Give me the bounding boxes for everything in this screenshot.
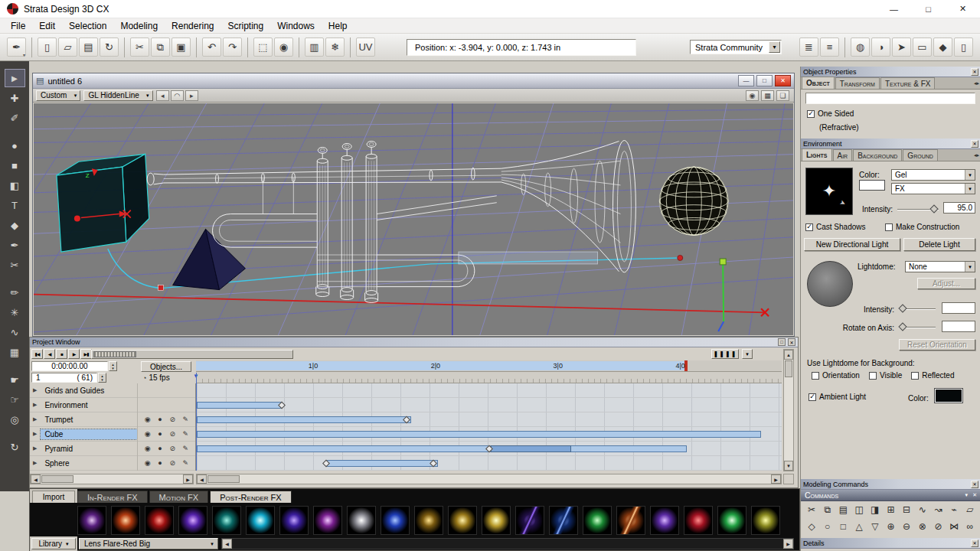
edit-icon[interactable]: ✎ (183, 445, 189, 452)
cmd-intersect-icon[interactable]: ⊗ (916, 520, 929, 533)
scroll-right-icon[interactable]: ▶ (183, 474, 193, 484)
rotate-axis-slider[interactable] (899, 327, 936, 328)
scrubber-handle[interactable] (93, 351, 136, 357)
cmd-loop-icon[interactable]: ∞ (963, 520, 977, 533)
viewport-titlebar[interactable]: ▤ untitled 6 —□✕ (33, 73, 794, 89)
view-preset-dropdown[interactable]: Custom ▾ (36, 90, 80, 101)
timeline-vertical-scrollbar[interactable]: ▲ ▼ (783, 349, 794, 471)
dome-intensity-slider[interactable] (899, 308, 936, 310)
environment-header[interactable]: Environment ✕ (801, 139, 980, 149)
flare-orange[interactable] (111, 506, 140, 535)
preset-name-dropdown[interactable]: Lens Flare-Red Big ▾ (79, 538, 218, 549)
animation-bar[interactable] (326, 460, 438, 467)
import-tab[interactable]: Import (32, 491, 75, 503)
adjust-button[interactable]: Adjust... (917, 278, 975, 289)
slider-thumb[interactable] (898, 322, 906, 331)
fx-tab-in-render-fx[interactable]: In-Render FX (77, 491, 148, 503)
close-icon[interactable]: ✕ (972, 492, 977, 498)
current-tool-icon[interactable]: ✒▾ (7, 37, 26, 57)
cmd-cut-icon[interactable]: ✂ (805, 503, 818, 517)
disclosure-icon[interactable]: ▶ (33, 402, 37, 408)
stack-list-icon[interactable]: ≣ (799, 37, 818, 57)
path-tool[interactable]: ∿ (5, 323, 25, 341)
visible-icon[interactable]: ◉ (145, 459, 151, 467)
render-mode-dropdown[interactable]: GL HiddenLine ▾ (83, 90, 152, 101)
fx-tab-motion-fx[interactable]: Motion FX (149, 491, 209, 503)
go-start-button[interactable]: ▮◀ (31, 349, 43, 359)
menu-rendering[interactable]: Rendering (165, 19, 220, 33)
sphere-object[interactable] (659, 167, 728, 235)
library-button[interactable]: Library ▾ (31, 538, 76, 549)
flare-indigo[interactable] (279, 506, 309, 535)
disclosure-icon[interactable]: ▶ (33, 460, 37, 466)
render-icon[interactable]: ● (158, 445, 162, 452)
cmd-tri-up-icon[interactable]: △ (852, 520, 866, 533)
revert-icon[interactable]: ↻ (100, 37, 119, 57)
scroll-left-icon[interactable]: ◀ (197, 474, 207, 484)
animation-bar[interactable] (197, 445, 687, 452)
open-file-icon[interactable]: ▱ (58, 37, 77, 57)
visible-icon[interactable]: ◉ (145, 430, 151, 438)
scene-canvas[interactable]: Z (34, 103, 793, 335)
camera-icon[interactable]: ◉ (274, 37, 293, 57)
scroll-right-icon[interactable]: ▶ (783, 539, 793, 549)
flare-red2[interactable] (684, 506, 713, 535)
rotate-axis-field[interactable] (942, 321, 975, 332)
view-prev-icon[interactable]: ◂ (156, 90, 169, 101)
path-endpoint[interactable] (678, 256, 683, 261)
edit-icon[interactable]: ✎ (183, 416, 189, 423)
tab-transform[interactable]: Transform (835, 77, 880, 89)
tab-scroll-icon[interactable]: ◂▸ (974, 80, 979, 86)
menu-modeling[interactable]: Modeling (113, 19, 165, 33)
stop-button[interactable]: ■ (56, 349, 67, 359)
scroll-right-icon[interactable]: ▶ (771, 474, 781, 484)
visible-icon[interactable]: ◉ (145, 445, 151, 452)
cmd-half-icon[interactable]: ◨ (868, 503, 882, 517)
timeline-zoom-bars[interactable]: ❚❚❚❚ (711, 349, 739, 359)
scroll-left-icon[interactable]: ◀ (222, 539, 232, 549)
ambient-light-checkbox[interactable]: ✓ Ambient Light (808, 393, 866, 401)
send-arrow-icon[interactable]: ➤ (892, 37, 911, 57)
cmd-union-icon[interactable]: ⊕ (884, 520, 897, 533)
grid-toggle-icon[interactable]: ▦ (761, 90, 774, 101)
menu-edit[interactable]: Edit (32, 19, 62, 33)
render-marquee-icon[interactable]: ⬚ (253, 37, 273, 57)
tab-background[interactable]: Background (853, 149, 902, 161)
snap-icon[interactable]: ❄ (325, 37, 345, 57)
timeline-area[interactable] (197, 383, 782, 471)
tab-lights[interactable]: Lights (802, 148, 832, 161)
fill-tool[interactable]: ◧ (5, 176, 25, 194)
flare-cyan[interactable] (246, 506, 275, 535)
cmd-tri-down-icon[interactable]: ▽ (868, 520, 882, 533)
cube-object[interactable]: Z (57, 154, 149, 252)
flare-yellow-sparkle[interactable] (751, 506, 780, 535)
pen-tool[interactable]: ✒ (5, 236, 25, 254)
viewport-close-button[interactable]: ✕ (775, 75, 791, 86)
track-row[interactable]: ▶Trumpet (30, 412, 137, 427)
go-end-button[interactable]: ▶▮ (80, 349, 92, 359)
community-dropdown[interactable]: Strata Community ▾ (690, 40, 782, 54)
cmd-wave-icon[interactable]: ∿ (916, 503, 929, 517)
track-row[interactable]: ▶Grids and Guides (30, 383, 137, 398)
close-icon[interactable]: ✕ (971, 540, 978, 547)
viewport-scene[interactable]: Z (34, 103, 793, 335)
slider-thumb[interactable] (929, 204, 938, 213)
flare-violet-streak[interactable] (515, 506, 544, 535)
scroll-down-icon[interactable]: ▼ (784, 461, 793, 471)
cmd-subtract-icon[interactable]: ⊟ (900, 503, 913, 517)
cmd-diamond-icon[interactable]: ◇ (805, 520, 818, 533)
timeline-row[interactable] (197, 383, 782, 398)
star-tool[interactable]: ✳ (5, 303, 25, 321)
timeline-options-chevron[interactable]: ▾ (742, 349, 753, 359)
pan-tool[interactable]: ☛ (5, 370, 25, 389)
maximize-icon[interactable]: □ (778, 338, 786, 346)
edit-icon[interactable]: ✎ (183, 430, 189, 438)
time-stepper[interactable]: ▴▾ (109, 361, 117, 371)
title-bar[interactable]: Strata Design 3D CX —□✕ (0, 0, 980, 18)
timeline-row[interactable] (197, 427, 782, 442)
push-tool[interactable]: ☞ (5, 390, 25, 409)
track-row[interactable]: ▶Environment (30, 398, 137, 412)
disclosure-icon[interactable]: ▶ (33, 431, 37, 437)
details-header[interactable]: Details ✕ (801, 538, 980, 549)
chevron-down-icon[interactable]: ▾ (965, 492, 969, 498)
